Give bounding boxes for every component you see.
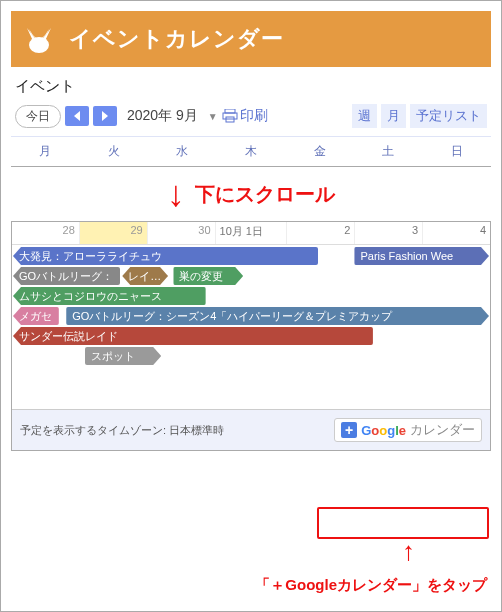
prev-button[interactable] — [65, 106, 89, 126]
dow-thu: 木 — [217, 137, 286, 166]
next-button[interactable] — [93, 106, 117, 126]
callout-text: 「＋Googleカレンダー」をタップ — [255, 576, 487, 595]
view-week[interactable]: 週 — [352, 104, 377, 128]
highlight-box — [317, 507, 489, 539]
date-cell[interactable]: 30 — [147, 222, 215, 244]
date-row: 28 29 30 10月 1日 2 3 4 — [12, 222, 490, 245]
google-calendar-label: カレンダー — [410, 421, 475, 439]
event-bar[interactable]: GOバトルリーグ：シーズン4「ハイパーリーグ＆プレミアカップ — [66, 307, 489, 325]
scroll-hint: ↓ 下にスクロール — [1, 167, 501, 221]
print-icon — [222, 109, 238, 123]
event-rows: 大発見：アローラライチュウParis Fashion WeeGOバトルリーグ：レ… — [12, 245, 490, 409]
calendar-footer: 予定を表示するタイムゾーン: 日本標準時 + Google カレンダー — [12, 409, 490, 450]
date-cell[interactable]: 29 — [79, 222, 147, 244]
section-label: イベント — [15, 77, 487, 96]
event-bar[interactable]: サンダー伝説レイド — [13, 327, 373, 345]
svg-rect-1 — [225, 109, 235, 113]
calendar-toolbar: 今日 2020年 9月 ▼ 印刷 週 月 予定リスト — [1, 102, 501, 136]
scroll-hint-text: 下にスクロール — [195, 181, 335, 208]
add-google-calendar-button[interactable]: + Google カレンダー — [334, 418, 482, 442]
event-bar[interactable]: GOバトルリーグ： — [13, 267, 120, 285]
date-cell[interactable]: 2 — [286, 222, 354, 244]
google-logo: Google — [361, 423, 406, 438]
event-bar[interactable]: レイドア — [122, 267, 168, 285]
app-logo-icon — [23, 23, 55, 55]
dropdown-icon[interactable]: ▼ — [208, 111, 218, 122]
dow-wed: 水 — [148, 137, 217, 166]
arrow-down-icon: ↓ — [167, 176, 185, 212]
chevron-right-icon — [101, 111, 109, 121]
date-cell[interactable]: 4 — [422, 222, 490, 244]
svg-rect-2 — [223, 113, 237, 119]
print-label: 印刷 — [240, 107, 268, 125]
date-cell[interactable]: 28 — [12, 222, 79, 244]
calendar-grid: 28 29 30 10月 1日 2 3 4 大発見：アローラライチュウParis… — [11, 221, 491, 451]
event-bar[interactable]: スポット — [85, 347, 162, 365]
page-title: イベントカレンダー — [69, 24, 284, 54]
current-month[interactable]: 2020年 9月 — [127, 107, 198, 125]
event-bar[interactable]: 大発見：アローラライチュウ — [13, 247, 318, 265]
event-bar[interactable]: Paris Fashion Wee — [354, 247, 489, 265]
event-bar[interactable]: メガセ — [13, 307, 59, 325]
timezone-label: 予定を表示するタイムゾーン: 日本標準時 — [20, 423, 224, 438]
print-button[interactable]: 印刷 — [222, 107, 268, 125]
event-bar[interactable]: 巣の変更 — [173, 267, 243, 285]
dow-mon: 月 — [11, 137, 80, 166]
today-button[interactable]: 今日 — [15, 105, 61, 128]
view-agenda[interactable]: 予定リスト — [410, 104, 487, 128]
dow-tue: 火 — [80, 137, 149, 166]
page-header: イベントカレンダー — [11, 11, 491, 67]
date-cell[interactable]: 10月 1日 — [215, 222, 287, 244]
dow-sat: 土 — [354, 137, 423, 166]
chevron-left-icon — [73, 111, 81, 121]
event-bar[interactable]: ムサシとコジロウのニャース — [13, 287, 206, 305]
date-cell[interactable]: 3 — [354, 222, 422, 244]
svg-point-0 — [29, 37, 49, 53]
dow-sun: 日 — [422, 137, 491, 166]
dow-fri: 金 — [285, 137, 354, 166]
view-month[interactable]: 月 — [381, 104, 406, 128]
dow-header: 月 火 水 木 金 土 日 — [11, 136, 491, 167]
plus-icon: + — [341, 422, 357, 438]
arrow-up-icon: ↑ — [402, 536, 415, 567]
